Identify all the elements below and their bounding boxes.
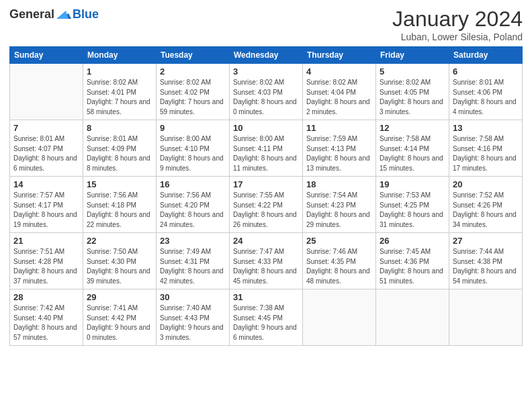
- calendar-table: Sunday Monday Tuesday Wednesday Thursday…: [9, 46, 523, 346]
- col-tuesday: Tuesday: [157, 47, 230, 64]
- sunrise-text: Sunrise: 7:51 AM: [13, 247, 79, 257]
- sunset-text: Sunset: 4:10 PM: [160, 144, 226, 154]
- table-row: 5Sunrise: 8:02 AMSunset: 4:05 PMDaylight…: [376, 64, 449, 120]
- col-thursday: Thursday: [303, 47, 376, 64]
- daylight-text: Daylight: 8 hours and 8 minutes.: [87, 154, 152, 173]
- day-number: 4: [306, 66, 372, 77]
- sunset-text: Sunset: 4:45 PM: [233, 314, 299, 324]
- table-row: 18Sunrise: 7:54 AMSunset: 4:23 PMDayligh…: [303, 177, 376, 233]
- day-number: 31: [233, 292, 299, 302]
- day-info: Sunrise: 8:02 AMSunset: 4:04 PMDaylight:…: [306, 78, 372, 117]
- table-row: [10, 64, 83, 120]
- sunset-text: Sunset: 4:43 PM: [160, 314, 226, 324]
- daylight-text: Daylight: 7 hours and 58 minutes.: [87, 97, 152, 117]
- col-saturday: Saturday: [449, 47, 523, 64]
- sunrise-text: Sunrise: 8:01 AM: [13, 134, 79, 144]
- day-number: 22: [87, 236, 152, 246]
- sunrise-text: Sunrise: 7:47 AM: [233, 247, 299, 257]
- day-info: Sunrise: 8:02 AMSunset: 4:02 PMDaylight:…: [160, 78, 226, 117]
- day-info: Sunrise: 8:01 AMSunset: 4:07 PMDaylight:…: [13, 134, 79, 173]
- daylight-text: Daylight: 9 hours and 0 minutes.: [87, 323, 152, 342]
- daylight-text: Daylight: 8 hours and 3 minutes.: [380, 97, 445, 117]
- day-info: Sunrise: 8:02 AMSunset: 4:05 PMDaylight:…: [380, 78, 445, 117]
- daylight-text: Daylight: 8 hours and 42 minutes.: [160, 267, 226, 286]
- day-info: Sunrise: 7:56 AMSunset: 4:18 PMDaylight:…: [87, 191, 152, 230]
- daylight-text: Daylight: 8 hours and 34 minutes.: [453, 210, 519, 230]
- sunrise-text: Sunrise: 7:54 AM: [306, 191, 372, 201]
- sunset-text: Sunset: 4:09 PM: [87, 144, 152, 154]
- sunset-text: Sunset: 4:22 PM: [233, 201, 299, 211]
- daylight-text: Daylight: 8 hours and 2 minutes.: [306, 97, 372, 117]
- daylight-text: Daylight: 8 hours and 37 minutes.: [13, 267, 79, 286]
- sunset-text: Sunset: 4:28 PM: [13, 257, 79, 267]
- sunrise-text: Sunrise: 8:01 AM: [453, 78, 519, 88]
- sunrise-text: Sunrise: 7:49 AM: [160, 247, 226, 257]
- day-number: 5: [380, 66, 445, 77]
- day-number: 21: [13, 236, 79, 246]
- table-row: 14Sunrise: 7:57 AMSunset: 4:17 PMDayligh…: [10, 177, 83, 233]
- day-info: Sunrise: 7:52 AMSunset: 4:26 PMDaylight:…: [453, 191, 519, 230]
- svg-marker-1: [56, 11, 69, 19]
- day-number: 6: [453, 66, 519, 77]
- day-info: Sunrise: 7:46 AMSunset: 4:35 PMDaylight:…: [306, 247, 372, 286]
- sunset-text: Sunset: 4:25 PM: [380, 201, 445, 211]
- sunrise-text: Sunrise: 7:57 AM: [13, 191, 79, 201]
- day-number: 10: [233, 123, 299, 133]
- table-row: [303, 289, 376, 346]
- sunset-text: Sunset: 4:36 PM: [380, 257, 445, 267]
- month-year-title: January 2024: [392, 7, 523, 32]
- day-number: 18: [306, 179, 372, 189]
- day-number: 13: [453, 123, 519, 133]
- day-info: Sunrise: 8:01 AMSunset: 4:09 PMDaylight:…: [87, 134, 152, 173]
- daylight-text: Daylight: 9 hours and 3 minutes.: [160, 323, 226, 342]
- day-number: 25: [306, 236, 372, 246]
- sunrise-text: Sunrise: 8:02 AM: [380, 78, 445, 88]
- day-number: 11: [306, 123, 372, 133]
- table-row: [449, 289, 523, 346]
- table-row: 27Sunrise: 7:44 AMSunset: 4:38 PMDayligh…: [449, 233, 523, 289]
- sunset-text: Sunset: 4:07 PM: [13, 144, 79, 154]
- col-wednesday: Wednesday: [230, 47, 303, 64]
- daylight-text: Daylight: 8 hours and 9 minutes.: [160, 154, 226, 173]
- day-info: Sunrise: 8:00 AMSunset: 4:11 PMDaylight:…: [233, 134, 299, 173]
- sunrise-text: Sunrise: 7:56 AM: [160, 191, 226, 201]
- daylight-text: Daylight: 8 hours and 6 minutes.: [13, 154, 79, 173]
- day-info: Sunrise: 7:41 AMSunset: 4:42 PMDaylight:…: [87, 304, 152, 342]
- sunrise-text: Sunrise: 8:01 AM: [87, 134, 152, 144]
- sunset-text: Sunset: 4:06 PM: [453, 88, 519, 98]
- location-subtitle: Luban, Lower Silesia, Poland: [392, 32, 523, 42]
- table-row: 9Sunrise: 8:00 AMSunset: 4:10 PMDaylight…: [157, 120, 230, 177]
- calendar-header-row: Sunday Monday Tuesday Wednesday Thursday…: [10, 47, 523, 64]
- calendar-week-row: 14Sunrise: 7:57 AMSunset: 4:17 PMDayligh…: [10, 177, 523, 233]
- table-row: 6Sunrise: 8:01 AMSunset: 4:06 PMDaylight…: [449, 64, 523, 120]
- table-row: 8Sunrise: 8:01 AMSunset: 4:09 PMDaylight…: [83, 120, 157, 177]
- day-info: Sunrise: 8:02 AMSunset: 4:03 PMDaylight:…: [233, 78, 299, 117]
- col-sunday: Sunday: [10, 47, 83, 64]
- daylight-text: Daylight: 8 hours and 51 minutes.: [380, 267, 445, 286]
- day-info: Sunrise: 7:59 AMSunset: 4:13 PMDaylight:…: [306, 134, 372, 173]
- table-row: 7Sunrise: 8:01 AMSunset: 4:07 PMDaylight…: [10, 120, 83, 177]
- table-row: 13Sunrise: 7:58 AMSunset: 4:16 PMDayligh…: [449, 120, 523, 177]
- sunset-text: Sunset: 4:40 PM: [13, 314, 79, 324]
- sunset-text: Sunset: 4:16 PM: [453, 144, 519, 154]
- sunset-text: Sunset: 4:30 PM: [87, 257, 152, 267]
- sunrise-text: Sunrise: 7:53 AM: [380, 191, 445, 201]
- table-row: 15Sunrise: 7:56 AMSunset: 4:18 PMDayligh…: [83, 177, 157, 233]
- daylight-text: Daylight: 8 hours and 11 minutes.: [233, 154, 299, 173]
- day-number: 28: [13, 292, 79, 302]
- daylight-text: Daylight: 7 hours and 59 minutes.: [160, 97, 226, 117]
- sunrise-text: Sunrise: 8:02 AM: [160, 78, 226, 88]
- logo: General Blue: [9, 7, 99, 21]
- daylight-text: Daylight: 8 hours and 0 minutes.: [233, 97, 299, 117]
- sunrise-text: Sunrise: 7:38 AM: [233, 304, 299, 314]
- daylight-text: Daylight: 8 hours and 57 minutes.: [13, 323, 79, 342]
- day-info: Sunrise: 7:55 AMSunset: 4:22 PMDaylight:…: [233, 191, 299, 230]
- day-info: Sunrise: 7:51 AMSunset: 4:28 PMDaylight:…: [13, 247, 79, 286]
- table-row: 31Sunrise: 7:38 AMSunset: 4:45 PMDayligh…: [230, 289, 303, 346]
- day-info: Sunrise: 7:42 AMSunset: 4:40 PMDaylight:…: [13, 304, 79, 342]
- day-info: Sunrise: 7:45 AMSunset: 4:36 PMDaylight:…: [380, 247, 445, 286]
- table-row: 29Sunrise: 7:41 AMSunset: 4:42 PMDayligh…: [83, 289, 157, 346]
- sunset-text: Sunset: 4:38 PM: [453, 257, 519, 267]
- sunrise-text: Sunrise: 7:58 AM: [453, 134, 519, 144]
- sunset-text: Sunset: 4:18 PM: [87, 201, 152, 211]
